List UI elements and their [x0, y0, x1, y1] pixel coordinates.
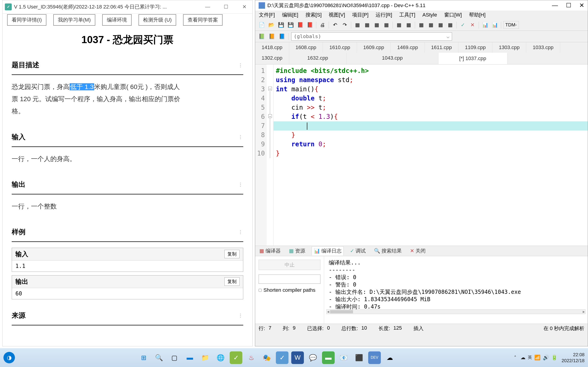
class-browser-icon[interactable]: 📘: [278, 32, 286, 41]
wechat-icon[interactable]: 💬: [307, 351, 319, 364]
language-indicator[interactable]: 英: [528, 355, 532, 361]
search-button[interactable]: 🔍: [153, 351, 165, 364]
compiler-combo[interactable]: TDM-: [503, 21, 519, 29]
section-menu-icon[interactable]: ⋮: [238, 62, 243, 68]
stop-icon[interactable]: ▦: [405, 21, 413, 29]
compile-path-input[interactable]: [259, 275, 320, 284]
taskbar-app-icon[interactable]: ▬: [183, 351, 196, 364]
view-answers-button[interactable]: 查看同学答案: [183, 14, 223, 26]
fold-marker-icon[interactable]: [268, 87, 272, 90]
onedrive-icon[interactable]: ☁: [520, 355, 526, 361]
close-button[interactable]: ✕: [239, 2, 250, 11]
forward-icon[interactable]: 📙: [268, 32, 276, 41]
compile-run-icon[interactable]: ▦: [372, 21, 381, 29]
menu-tools[interactable]: 工具[T]: [397, 10, 417, 19]
section-menu-icon[interactable]: ⋮: [238, 313, 243, 318]
volume-icon[interactable]: 🔊: [543, 355, 549, 361]
taskbar-app-icon[interactable]: ✓: [230, 351, 242, 364]
code-editor[interactable]: 1 2 3 4 5 6 7 8 9 10 #include <bits/stdc…: [255, 65, 588, 246]
menu-astyle[interactable]: AStyle: [421, 11, 439, 19]
debug-tab[interactable]: ✓调试: [348, 247, 367, 255]
tray-chevron-icon[interactable]: ˄: [514, 355, 516, 360]
minimize-button[interactable]: —: [202, 2, 213, 11]
word-app-icon[interactable]: W: [291, 351, 304, 364]
battery-icon[interactable]: 🔋: [551, 355, 557, 361]
profile-icon[interactable]: 📊: [481, 21, 489, 29]
todo-app-icon[interactable]: ✓: [276, 351, 288, 364]
file-tab[interactable]: 1610.cpp: [323, 42, 357, 53]
menu-view[interactable]: 视图[V]: [327, 10, 347, 19]
menu-file[interactable]: 文件[F]: [257, 10, 277, 19]
menu-search[interactable]: 搜索[S]: [304, 10, 324, 19]
widgets-button[interactable]: ◑: [3, 352, 15, 363]
section-menu-icon[interactable]: ⋮: [238, 134, 243, 140]
undo-icon[interactable]: ↶: [331, 21, 339, 29]
close-file-icon[interactable]: 📕: [296, 21, 304, 29]
save-icon[interactable]: 💾: [277, 21, 285, 29]
section-menu-icon[interactable]: ⋮: [238, 229, 243, 235]
menu-help[interactable]: 帮助[H]: [467, 10, 487, 19]
task-view-button[interactable]: ▢: [168, 351, 181, 364]
copy-input-button[interactable]: 复制: [225, 250, 240, 258]
new-file-icon[interactable]: 📄: [258, 21, 266, 29]
wifi-icon[interactable]: 📶: [534, 355, 540, 361]
code-text-area[interactable]: #include <bits/stdc++.h> using namespace…: [274, 65, 588, 246]
delete-profile-icon[interactable]: 📊: [491, 21, 499, 29]
menu-window[interactable]: 窗口[W]: [442, 10, 464, 19]
cross-icon[interactable]: ✕: [468, 21, 477, 29]
file-tab[interactable]: 1303.cpp: [493, 42, 527, 53]
file-tab[interactable]: 1469.cpp: [391, 42, 425, 53]
file-tab[interactable]: 1418.cpp: [255, 42, 289, 53]
shorten-paths-checkbox[interactable]: Shorten compiler paths: [259, 287, 320, 293]
clock[interactable]: 22:08 2022/12/18: [562, 352, 585, 364]
bookmark-icon[interactable]: ▦: [436, 21, 445, 29]
check-upgrade-button[interactable]: 检测升级 (U): [138, 14, 176, 26]
file-tab[interactable]: 1609.cpp: [357, 42, 391, 53]
resource-tab[interactable]: ▦资源: [287, 247, 307, 255]
debug-icon[interactable]: ▦: [395, 21, 403, 29]
menu-project[interactable]: 项目[P]: [350, 10, 370, 19]
section-menu-icon[interactable]: ⋮: [238, 182, 243, 187]
open-file-icon[interactable]: 📂: [267, 21, 275, 29]
maximize-button[interactable]: ☐: [566, 2, 571, 9]
close-button[interactable]: ✕: [579, 2, 584, 9]
check-icon[interactable]: ✓: [459, 21, 467, 29]
compile-log-tab[interactable]: 📊编译日志: [312, 246, 344, 256]
file-tab[interactable]: 1033.cpp: [526, 42, 560, 53]
taskbar-app-icon[interactable]: 🎭: [260, 351, 273, 364]
devcpp-taskbar-icon[interactable]: DEV: [368, 351, 381, 364]
file-tab[interactable]: 1302.cpp: [255, 53, 289, 64]
compile-env-button[interactable]: 编译环境: [102, 14, 132, 26]
redo-icon[interactable]: ↷: [341, 21, 349, 29]
menu-edit[interactable]: 编辑[E]: [280, 10, 300, 19]
study-list-button[interactable]: 我的学习单(M): [53, 14, 95, 26]
file-tab[interactable]: 1632.cpp: [289, 53, 346, 64]
close-all-icon[interactable]: 📕: [306, 21, 314, 29]
taskbar-app-icon[interactable]: ▬: [322, 351, 335, 364]
taskbar-app-icon[interactable]: 📧: [337, 351, 350, 364]
file-tab[interactable]: 1608.cpp: [289, 42, 323, 53]
file-tab-active[interactable]: [*] 1037.cpp: [439, 53, 507, 64]
problem-content[interactable]: 1037 - 恐龙园买门票 题目描述 ⋮ 恐龙园买门票，身高低于 1.3米购儿童…: [2, 26, 252, 346]
start-button[interactable]: ⊞: [137, 351, 150, 364]
file-tab[interactable]: 1611.cpp: [425, 42, 459, 53]
compiler-tab[interactable]: ▦编译器: [258, 247, 283, 255]
globals-combo[interactable]: (globals) ⌵: [291, 32, 452, 41]
run-icon[interactable]: ▦: [363, 21, 371, 29]
horizontal-scrollbar[interactable]: ◀ ▶: [326, 309, 586, 314]
file-tab[interactable]: 1043.cpp: [346, 53, 439, 64]
file-tab[interactable]: 1109.cpp: [458, 42, 493, 53]
view-detail-button[interactable]: 看同学详情(I): [7, 14, 46, 26]
back-icon[interactable]: 📗: [258, 32, 266, 41]
search-result-tab[interactable]: 🔍搜索结果: [372, 247, 404, 255]
new-class-icon[interactable]: ▦: [417, 21, 425, 29]
save-all-icon[interactable]: 💾: [286, 21, 295, 29]
rebuild-icon[interactable]: ▦: [382, 21, 390, 29]
print-icon[interactable]: 🖨: [318, 21, 327, 29]
taskbar-app-icon[interactable]: ♨: [245, 351, 258, 364]
minimize-button[interactable]: —: [552, 2, 558, 9]
insert-icon[interactable]: ▦: [427, 21, 435, 29]
copy-output-button[interactable]: 复制: [225, 277, 240, 286]
edge-browser-icon[interactable]: 🌐: [214, 351, 227, 364]
taskbar-app-icon[interactable]: ☁: [384, 351, 396, 364]
